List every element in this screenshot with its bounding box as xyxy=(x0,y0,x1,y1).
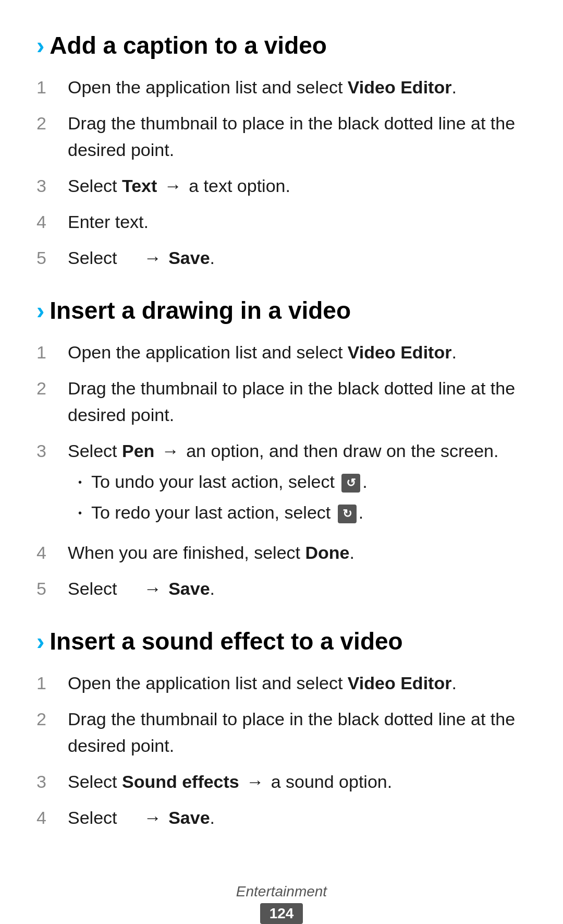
step-number: 4 xyxy=(36,539,68,566)
section-drawing-title: › Insert a drawing in a video xyxy=(36,296,527,325)
step-number: 1 xyxy=(36,339,68,366)
step-number: 4 xyxy=(36,209,68,235)
step-number: 5 xyxy=(36,575,68,602)
step-item: 4 Select → Save. xyxy=(36,805,527,831)
section-sound-title: › Insert a sound effect to a video xyxy=(36,627,527,655)
step-content: Select Text → a text option. xyxy=(68,173,527,199)
step-content: Open the application list and select Vid… xyxy=(68,74,527,101)
step-number: 3 xyxy=(36,769,68,795)
step-number: 5 xyxy=(36,245,68,271)
step-content: Drag the thumbnail to place in the black… xyxy=(68,375,527,428)
step-content: Open the application list and select Vid… xyxy=(68,339,527,366)
section-drawing-title-text: Insert a drawing in a video xyxy=(50,296,351,325)
step-number: 4 xyxy=(36,805,68,831)
step-item: 4 Enter text. xyxy=(36,209,527,235)
step-item: 1 Open the application list and select V… xyxy=(36,339,527,366)
drawing-steps-list: 1 Open the application list and select V… xyxy=(36,339,527,602)
section-drawing: › Insert a drawing in a video 1 Open the… xyxy=(36,296,527,602)
undo-icon: ↺ xyxy=(341,474,360,493)
footer-page-number: 124 xyxy=(260,903,303,924)
step-item: 1 Open the application list and select V… xyxy=(36,74,527,101)
step-item: 5 Select → Save. xyxy=(36,575,527,602)
step-item: 3 Select Pen → an option, and then draw … xyxy=(36,438,527,530)
step-item: 2 Drag the thumbnail to place in the bla… xyxy=(36,706,527,759)
redo-icon: ↻ xyxy=(338,505,357,523)
footer-label: Entertainment xyxy=(36,883,527,900)
step-item: 1 Open the application list and select V… xyxy=(36,670,527,697)
step-content: When you are finished, select Done. xyxy=(68,539,527,566)
sound-steps-list: 1 Open the application list and select V… xyxy=(36,670,527,831)
step-content: Select → Save. xyxy=(68,805,527,831)
footer: Entertainment 124 xyxy=(36,873,527,924)
step-number: 2 xyxy=(36,375,68,402)
sub-bullet-redo: • To redo your last action, select ↻. xyxy=(78,499,527,526)
chevron-icon: › xyxy=(36,296,44,325)
chevron-icon: › xyxy=(36,627,44,655)
chevron-icon: › xyxy=(36,31,44,59)
step-content: Open the application list and select Vid… xyxy=(68,670,527,697)
step-content: Select Pen → an option, and then draw on… xyxy=(68,438,527,530)
step-number: 1 xyxy=(36,670,68,697)
section-caption-title: › Add a caption to a video xyxy=(36,31,527,59)
step-item: 4 When you are finished, select Done. xyxy=(36,539,527,566)
section-sound-title-text: Insert a sound effect to a video xyxy=(50,627,402,655)
step-number: 3 xyxy=(36,438,68,464)
step-item: 5 Select → Save. xyxy=(36,245,527,271)
section-caption-title-text: Add a caption to a video xyxy=(50,31,327,59)
sub-bullet-undo: • To undo your last action, select ↺. xyxy=(78,469,527,495)
step-content: Enter text. xyxy=(68,209,527,235)
section-caption: › Add a caption to a video 1 Open the ap… xyxy=(36,31,527,271)
step-content: Select → Save. xyxy=(68,575,527,602)
step-content: Select Sound effects → a sound option. xyxy=(68,769,527,795)
step-item: 3 Select Sound effects → a sound option. xyxy=(36,769,527,795)
section-sound: › Insert a sound effect to a video 1 Ope… xyxy=(36,627,527,831)
step-number: 2 xyxy=(36,706,68,733)
step-content: Drag the thumbnail to place in the black… xyxy=(68,706,527,759)
step-item: 3 Select Text → a text option. xyxy=(36,173,527,199)
step-item: 2 Drag the thumbnail to place in the bla… xyxy=(36,375,527,428)
step-number: 2 xyxy=(36,110,68,137)
step-content: Drag the thumbnail to place in the black… xyxy=(68,110,527,163)
step-number: 3 xyxy=(36,173,68,199)
step-item: 2 Drag the thumbnail to place in the bla… xyxy=(36,110,527,163)
step-content: Select → Save. xyxy=(68,245,527,271)
sub-bullet-undo-text: To undo your last action, select ↺. xyxy=(91,469,368,495)
step-number: 1 xyxy=(36,74,68,101)
sub-bullet-redo-text: To redo your last action, select ↻. xyxy=(91,499,363,526)
caption-steps-list: 1 Open the application list and select V… xyxy=(36,74,527,271)
